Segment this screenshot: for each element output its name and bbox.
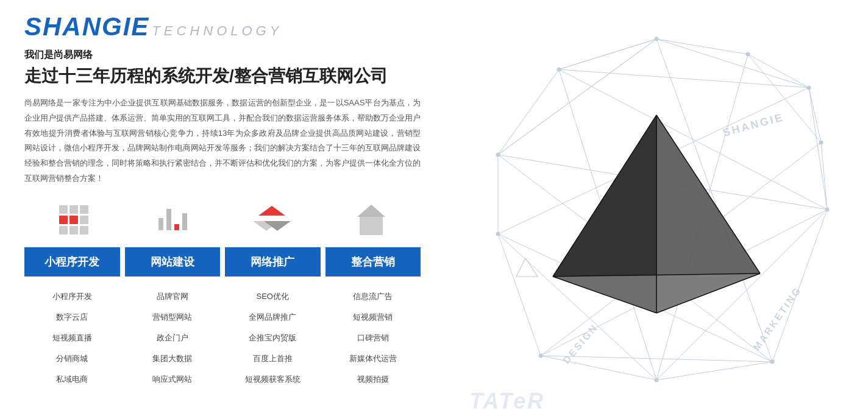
list-item[interactable]: 品牌官网	[125, 286, 221, 307]
list-item[interactable]: 企推宝内贸版	[225, 328, 321, 348]
list-item[interactable]: 短视频获客系统	[225, 369, 321, 390]
list-item[interactable]: 口碑营销	[326, 328, 421, 348]
network-icon-container	[222, 199, 322, 241]
svg-line-9	[772, 210, 827, 362]
network-list: SEO优化 全网品牌推广 企推宝内贸版 百度上首推 短视频获客系统	[225, 286, 321, 390]
svg-point-41	[655, 37, 659, 41]
website-button[interactable]: 网站建设	[125, 247, 221, 276]
svg-point-46	[770, 360, 775, 364]
list-item[interactable]: 分销商城	[24, 348, 120, 369]
svg-line-1	[656, 39, 748, 54]
network-button[interactable]: 网络推广	[225, 247, 321, 276]
service-buttons-row: 小程序开发 网站建设 网络推广 整合营销	[24, 247, 421, 276]
svg-point-44	[819, 141, 824, 145]
list-item[interactable]: 全网品牌推广	[225, 307, 321, 328]
svg-line-23	[498, 39, 656, 155]
marketing-icon	[357, 205, 385, 235]
geo-svg: .geo-line { stroke: #c0ccdd; stroke-widt…	[468, 21, 845, 398]
list-item[interactable]: 短视频营销	[326, 307, 421, 328]
design-geo-label: DESIGN	[561, 322, 600, 365]
marketing-icon-container	[322, 199, 421, 241]
list-item[interactable]: 政企门户	[125, 328, 221, 348]
list-item[interactable]: 百度上首推	[225, 348, 321, 369]
logo-area: SHANGIE TECHNOLOGY	[24, 12, 421, 41]
service-lists-row: 小程序开发 数字云店 短视频直播 分销商城 私域电商 品牌官网 营销型网站 政企…	[24, 286, 421, 390]
website-list: 品牌官网 营销型网站 政企门户 集团大数据 响应式网站	[125, 286, 221, 390]
marketing-list: 信息流广告 短视频营销 口碑营销 新媒体代运营 视频拍摄	[326, 286, 421, 390]
mini-program-icon	[59, 205, 88, 234]
left-panel: SHANGIE TECHNOLOGY 我们是尚易网络 走过十三年历程的系统开发/…	[0, 0, 445, 419]
website-icon	[158, 209, 187, 230]
logo-technology: TECHNOLOGY	[152, 23, 282, 39]
svg-line-15	[559, 39, 656, 69]
watermark-text: TATeR	[469, 389, 545, 414]
mini-program-list: 小程序开发 数字云店 短视频直播 分销商城 私域电商	[24, 286, 120, 390]
list-item[interactable]: 短视频直播	[24, 328, 120, 348]
svg-point-51	[557, 68, 561, 72]
list-item[interactable]: 新媒体代运营	[326, 348, 421, 369]
mini-program-button[interactable]: 小程序开发	[24, 247, 120, 276]
svg-point-47	[655, 378, 659, 382]
subtitle-1: 我们是尚易网络	[24, 49, 421, 62]
marketing-geo-label: MARKETING	[752, 284, 803, 352]
list-item[interactable]: 视频拍摄	[326, 369, 421, 390]
list-item[interactable]: SEO优化	[225, 286, 321, 307]
service-icons-row	[24, 199, 421, 241]
svg-point-48	[539, 354, 543, 358]
list-item[interactable]: 小程序开发	[24, 286, 120, 307]
marketing-button[interactable]: 整合营销	[326, 247, 421, 276]
list-item[interactable]: 响应式网站	[125, 369, 221, 390]
svg-point-49	[496, 232, 500, 236]
svg-point-43	[746, 52, 750, 57]
svg-line-16	[559, 69, 809, 88]
list-item[interactable]: 集团大数据	[125, 348, 221, 369]
list-item[interactable]: 信息流广告	[326, 286, 421, 307]
list-item[interactable]: 私域电商	[24, 369, 120, 390]
subtitle-2: 走过十三年历程的系统开发/整合营销互联网公司	[24, 65, 421, 87]
right-panel: .geo-line { stroke: #c0ccdd; stroke-widt…	[445, 0, 868, 419]
svg-point-50	[496, 153, 500, 157]
mini-program-icon-container	[24, 199, 124, 241]
description-text: 尚易网络是一家专注为中小企业提供互联网基础数据服务，数据运营的创新型企业，是一以…	[24, 96, 421, 186]
svg-line-4	[809, 88, 821, 143]
svg-line-14	[498, 69, 559, 155]
list-item[interactable]: 数字云店	[24, 307, 120, 328]
geo-visualization: .geo-line { stroke: #c0ccdd; stroke-widt…	[468, 21, 845, 398]
list-item[interactable]: 营销型网站	[125, 307, 221, 328]
logo-shangie: SHANGIE	[24, 12, 149, 41]
network-icon	[257, 206, 287, 233]
svg-line-10	[656, 362, 772, 380]
website-icon-container	[124, 199, 223, 241]
svg-line-5	[809, 88, 827, 210]
page-container: SHANGIE TECHNOLOGY 我们是尚易网络 走过十三年历程的系统开发/…	[0, 0, 868, 419]
svg-line-11	[541, 356, 656, 380]
svg-point-42	[807, 86, 811, 90]
svg-line-12	[498, 234, 541, 356]
svg-line-0	[656, 39, 809, 88]
svg-point-45	[825, 208, 830, 212]
